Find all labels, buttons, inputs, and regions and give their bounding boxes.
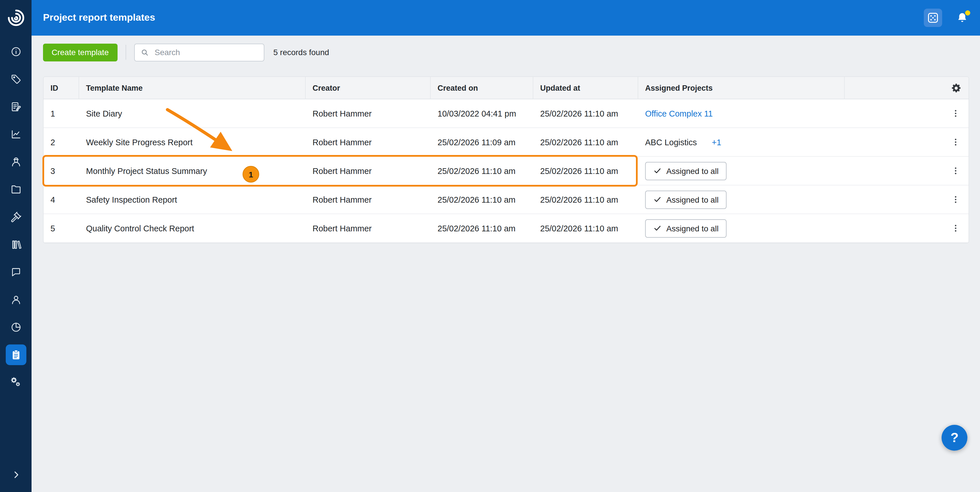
sidebar-expand-chevron-icon[interactable] [5, 465, 26, 485]
sidebar-item-pie-chart[interactable] [5, 317, 26, 337]
search-input[interactable] [153, 47, 258, 58]
cell-template-name: Site Diary [79, 99, 305, 128]
assigned-to-all-button[interactable]: Assigned to all [645, 190, 727, 209]
notification-dot [965, 10, 970, 16]
cell-created-on: 10/03/2022 04:41 pm [431, 99, 533, 128]
cell-id: 2 [44, 128, 79, 157]
cell-updated-at: 25/02/2026 11:10 am [533, 157, 638, 185]
notifications-bell-icon[interactable] [956, 11, 969, 24]
page-title: Project report templates [43, 12, 155, 24]
row-menu-kebab-icon[interactable] [950, 165, 962, 177]
cell-id: 4 [44, 185, 79, 214]
assigned-to-all-button[interactable]: Assigned to all [645, 219, 727, 237]
sidebar-nav [0, 38, 32, 396]
assigned-project-link[interactable]: Office Complex 11 [645, 109, 713, 118]
templates-table: ID Template Name Creator Created on Upda… [43, 77, 969, 243]
assigned-to-all-button[interactable]: Assigned to all [645, 161, 727, 180]
sidebar-item-daily-log[interactable] [5, 96, 26, 117]
row-menu-kebab-icon[interactable] [950, 136, 962, 148]
cell-creator: Robert Hammer [305, 214, 431, 243]
topbar: Project report templates [32, 0, 980, 35]
cell-template-name: Weekly Site Progress Report [79, 128, 305, 157]
cell-template-name: Monthly Project Status Summary [79, 157, 305, 185]
cell-creator: Robert Hammer [305, 99, 431, 128]
cell-created-on: 25/02/2026 11:09 am [431, 128, 533, 157]
check-icon [653, 166, 662, 175]
cell-updated-at: 25/02/2026 11:10 am [533, 99, 638, 128]
records-count: 5 records found [273, 48, 329, 57]
toolbar: Create template 5 records found [32, 35, 980, 69]
cell-creator: Robert Hammer [305, 128, 431, 157]
create-template-button[interactable]: Create template [43, 43, 117, 61]
cell-updated-at: 25/02/2026 11:10 am [533, 185, 638, 214]
column-header-actions [845, 77, 969, 99]
cell-updated-at: 25/02/2026 11:10 am [533, 214, 638, 243]
row-menu-kebab-icon[interactable] [950, 193, 962, 206]
cell-creator: Robert Hammer [305, 185, 431, 214]
row-menu-kebab-icon[interactable] [950, 107, 962, 120]
cell-created-on: 25/02/2026 11:10 am [431, 185, 533, 214]
row-menu-kebab-icon[interactable] [950, 222, 962, 234]
app-logo[interactable] [0, 0, 32, 35]
table-settings-gear-icon[interactable] [951, 82, 962, 93]
sidebar-item-documents[interactable] [5, 179, 26, 200]
cell-template-name: Quality Control Check Report [79, 214, 305, 243]
column-header-created[interactable]: Created on [431, 77, 533, 99]
main-content: Create template 5 records found ID Templ… [32, 35, 980, 492]
sidebar [0, 0, 32, 492]
sidebar-item-worker[interactable] [5, 152, 26, 172]
check-icon [653, 224, 662, 233]
sidebar-item-gavel[interactable] [5, 207, 26, 227]
sidebar-item-settings[interactable] [5, 372, 26, 393]
assigned-project-text: ABC Logistics [645, 137, 697, 147]
topbar-actions [924, 9, 969, 27]
sidebar-item-user[interactable] [5, 289, 26, 310]
column-header-creator[interactable]: Creator [305, 77, 431, 99]
search-box [134, 43, 264, 61]
sidebar-item-tags[interactable] [5, 69, 26, 89]
check-icon [653, 195, 662, 204]
sidebar-item-library[interactable] [5, 234, 26, 255]
column-header-updated[interactable]: Updated at [533, 77, 638, 99]
cell-created-on: 25/02/2026 11:10 am [431, 157, 533, 185]
toolbar-divider [125, 45, 126, 60]
apps-switcher-button[interactable] [924, 9, 942, 27]
sidebar-item-info[interactable] [5, 42, 26, 62]
sidebar-item-analytics[interactable] [5, 124, 26, 145]
cell-id: 3 [44, 157, 79, 185]
column-header-assigned[interactable]: Assigned Projects [638, 77, 845, 99]
cell-template-name: Safety Inspection Report [79, 185, 305, 214]
search-icon [140, 48, 149, 56]
cell-id: 5 [44, 214, 79, 243]
cell-updated-at: 25/02/2026 11:10 am [533, 128, 638, 157]
sidebar-item-report-templates[interactable] [5, 345, 26, 365]
cell-created-on: 25/02/2026 11:10 am [431, 214, 533, 243]
column-header-name[interactable]: Template Name [79, 77, 305, 99]
app-window: Project report templates Creat [0, 0, 980, 492]
help-button[interactable]: ? [942, 425, 967, 450]
cell-creator: Robert Hammer [305, 157, 431, 185]
cell-id: 1 [44, 99, 79, 128]
assigned-more-link[interactable]: +1 [712, 137, 721, 147]
apps-grid-icon [927, 11, 939, 24]
sidebar-item-feedback[interactable] [5, 262, 26, 283]
column-header-id[interactable]: ID [44, 77, 79, 99]
